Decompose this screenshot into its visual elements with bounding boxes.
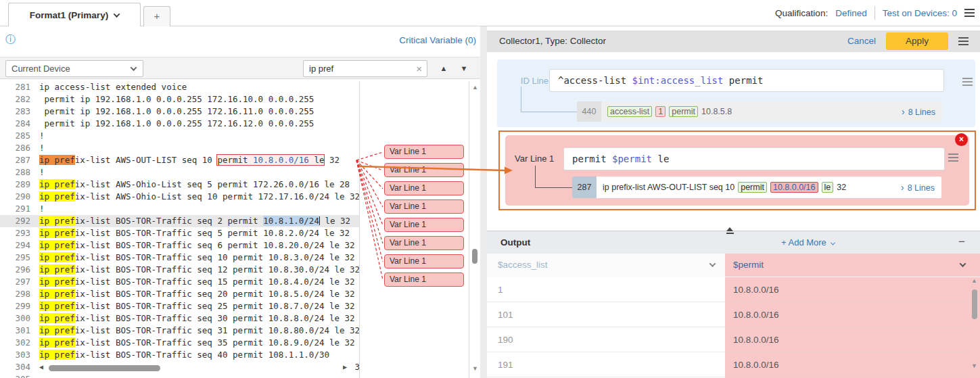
horizontal-scrollbar-thumb[interactable] bbox=[49, 365, 160, 371]
pattern-variable: $int:access_list bbox=[632, 75, 724, 86]
code-line[interactable]: 283 permit ip 192.168.1.0 0.0.0.255 172.… bbox=[0, 105, 359, 118]
expand-lines-icon: › bbox=[902, 106, 905, 117]
connector-line bbox=[535, 187, 572, 188]
code-line[interactable]: 291! bbox=[0, 203, 359, 215]
var-line-chip[interactable]: Var Line 1 bbox=[384, 218, 464, 232]
code-line[interactable]: 302ip prefix-list BOS-TOR-Traffic seq 35… bbox=[0, 337, 359, 349]
line-text: ip prefix-list BOS-TOR-Traffic seq 15 pe… bbox=[39, 277, 355, 287]
varline-tokens: ip prefix-list AWS-OUT-LIST seq 10permit… bbox=[597, 182, 846, 193]
code-segment: permit ip 192.168.1.0 0.0.0.255 172.16.1… bbox=[39, 118, 314, 128]
code-line[interactable]: 298ip prefix-list BOS-TOR-Traffic seq 20… bbox=[0, 288, 359, 300]
code-segment: ! bbox=[39, 167, 45, 177]
code-line[interactable]: 300ip prefix-list BOS-TOR-Traffic seq 30… bbox=[0, 312, 359, 325]
device-selector[interactable]: Current Device bbox=[5, 60, 143, 77]
apply-button[interactable]: Apply bbox=[886, 32, 948, 50]
code-line[interactable]: 296ip prefix-list BOS-TOR-Traffic seq 12… bbox=[0, 264, 359, 276]
code-segment: 10.8.0.0/16 bbox=[253, 155, 309, 165]
add-format-tab[interactable]: + bbox=[143, 6, 170, 26]
cell-access-list: 191 bbox=[487, 352, 725, 377]
menu-icon[interactable] bbox=[964, 9, 975, 17]
code-line[interactable]: 282 permit ip 192.168.1.0 0.0.0.255 172.… bbox=[0, 93, 359, 105]
idline-expand-link[interactable]: ›8 Lines bbox=[902, 106, 942, 117]
code-line[interactable]: 292ip prefix-list BOS-TOR-Traffic seq 2 … bbox=[0, 215, 359, 227]
scroll-down-arrow[interactable]: ▼ bbox=[971, 362, 977, 369]
collapse-output-icon[interactable] bbox=[725, 227, 734, 234]
line-text: ip prefix-list BOS-TOR-Traffic seq 35 pe… bbox=[39, 337, 355, 348]
var-line-chip[interactable]: Var Line 1 bbox=[384, 145, 464, 159]
vertical-scrollbar-thumb[interactable] bbox=[472, 249, 477, 264]
close-icon[interactable]: × bbox=[955, 133, 968, 146]
id-line-match-row[interactable]: 440 access-list1permit10.8.5.8 ›8 Lines bbox=[577, 101, 942, 122]
code-line[interactable]: 297ip prefix-list BOS-TOR-Traffic seq 15… bbox=[0, 276, 359, 288]
code-area[interactable]: 305304ip prefix-list BOS-TOR-Traffic seq… bbox=[0, 81, 359, 378]
code-segment: ip pref bbox=[39, 228, 75, 238]
code-line[interactable]: 295ip prefix-list BOS-TOR-Traffic seq 10… bbox=[0, 252, 359, 264]
find-previous-button[interactable]: ▲ bbox=[436, 60, 452, 77]
config-token: permit bbox=[738, 182, 767, 193]
code-line[interactable]: 293ip prefix-list BOS-TOR-Traffic seq 5 … bbox=[0, 227, 359, 239]
var-line-chip[interactable]: Var Line 1 bbox=[384, 254, 464, 268]
code-segment: permit 10.8.0.0/16 le bbox=[217, 155, 324, 165]
var-line-menu-icon[interactable] bbox=[948, 153, 958, 162]
column-header-permit[interactable]: $permit bbox=[725, 254, 980, 277]
code-line[interactable]: 287ip prefix-list AWS-OUT-LIST seq 10 pe… bbox=[0, 154, 359, 166]
search-input[interactable]: ip pref × bbox=[303, 60, 427, 77]
id-line-pattern-input[interactable]: ^access-list $int:access_list permit bbox=[549, 69, 944, 92]
table-row[interactable]: 19110.8.0.0/16 bbox=[487, 352, 980, 377]
code-line[interactable]: 299ip prefix-list BOS-TOR-Traffic seq 25… bbox=[0, 300, 359, 312]
critical-variable-link[interactable]: Critical Variable (0) bbox=[399, 35, 476, 45]
code-line[interactable]: 289ip prefix-list AWS-Ohio-List seq 5 pe… bbox=[0, 179, 359, 191]
code-line[interactable]: 303ip prefix-list BOS-TOR-Traffic seq 40… bbox=[0, 349, 359, 361]
tab-format1[interactable]: Format1 (Primary) bbox=[8, 3, 141, 26]
line-number: 294 bbox=[0, 239, 30, 252]
line-number: 299 bbox=[0, 300, 30, 312]
table-row[interactable]: 10110.8.0.0/16 bbox=[487, 302, 980, 327]
id-line-menu-icon[interactable] bbox=[962, 78, 973, 86]
code-line[interactable]: 294ip prefix-list BOS-TOR-Traffic seq 6 … bbox=[0, 239, 359, 252]
minimize-output-icon[interactable]: − bbox=[958, 231, 965, 253]
var-line-match-row[interactable]: 287 ip prefix-list AWS-OUT-LIST seq 10pe… bbox=[572, 176, 941, 198]
info-icon[interactable]: ⓘ bbox=[5, 33, 16, 46]
clear-search-icon[interactable]: × bbox=[416, 64, 422, 74]
scroll-right-arrow[interactable]: ▶ bbox=[343, 363, 347, 371]
collector-menu-icon[interactable] bbox=[958, 37, 969, 45]
scroll-down-arrow[interactable]: ▼ bbox=[472, 365, 478, 372]
output-scrollbar-thumb[interactable] bbox=[972, 289, 977, 319]
add-more-button[interactable]: + Add More bbox=[781, 231, 835, 254]
line-text: ip prefix-list BOS-TOR-Traffic seq 31 pe… bbox=[39, 325, 359, 335]
output-scrollbar[interactable]: ▲ ▼ bbox=[969, 249, 980, 378]
code-line[interactable]: 288! bbox=[0, 166, 359, 179]
var-line-chip[interactable]: Var Line 1 bbox=[384, 163, 464, 177]
var-line-pattern-input[interactable]: permit $permit le bbox=[563, 147, 945, 170]
line-text: ip prefix-list AWS-Ohio-List seq 10 perm… bbox=[39, 191, 359, 202]
code-line[interactable]: 281ip access-list extended voice bbox=[0, 81, 359, 93]
test-on-devices-link[interactable]: Test on Devices: 0 bbox=[883, 8, 957, 18]
config-token: 10.8.0.0/16 bbox=[770, 182, 818, 193]
table-row[interactable]: 110.8.0.0/16 bbox=[487, 277, 980, 302]
config-token: permit bbox=[669, 106, 698, 117]
output-header: Output + Add More − bbox=[487, 231, 980, 254]
find-next-button[interactable]: ▼ bbox=[456, 60, 472, 77]
table-row[interactable]: 19010.8.0.0/16 bbox=[487, 327, 980, 352]
code-line[interactable]: 284 permit ip 192.168.1.0 0.0.0.255 172.… bbox=[0, 118, 359, 130]
var-line-chip[interactable]: Var Line 1 bbox=[384, 236, 464, 250]
scroll-up-arrow[interactable]: ▲ bbox=[971, 277, 977, 284]
line-number: 281 bbox=[0, 81, 30, 93]
code-line[interactable]: 285! bbox=[0, 130, 359, 142]
code-line[interactable]: 290ip prefix-list AWS-Ohio-List seq 10 p… bbox=[0, 191, 359, 203]
line-text: ip prefix-list BOS-TOR-Traffic seq 25 pe… bbox=[39, 301, 355, 311]
vertical-scrollbar[interactable]: ▲ ▼ bbox=[469, 81, 480, 378]
scroll-up-arrow[interactable]: ▲ bbox=[472, 84, 478, 91]
qualification-value-link[interactable]: Defined bbox=[835, 8, 867, 18]
varline-expand-link[interactable]: ›8 Lines bbox=[901, 182, 941, 193]
var-line-chip[interactable]: Var Line 1 bbox=[384, 273, 464, 287]
code-line[interactable]: 286! bbox=[0, 142, 359, 154]
scroll-left-arrow[interactable]: ◀ bbox=[39, 363, 43, 371]
add-more-label: + Add More bbox=[781, 237, 826, 247]
var-line-chip[interactable]: Var Line 1 bbox=[384, 199, 464, 214]
column-header-access-list[interactable]: $access_list bbox=[487, 254, 725, 277]
cancel-button[interactable]: Cancel bbox=[847, 30, 876, 52]
var-line-chip[interactable]: Var Line 1 bbox=[384, 181, 464, 195]
code-line[interactable]: 301ip prefix-list BOS-TOR-Traffic seq 31… bbox=[0, 325, 359, 337]
device-selector-value: Current Device bbox=[11, 64, 70, 74]
